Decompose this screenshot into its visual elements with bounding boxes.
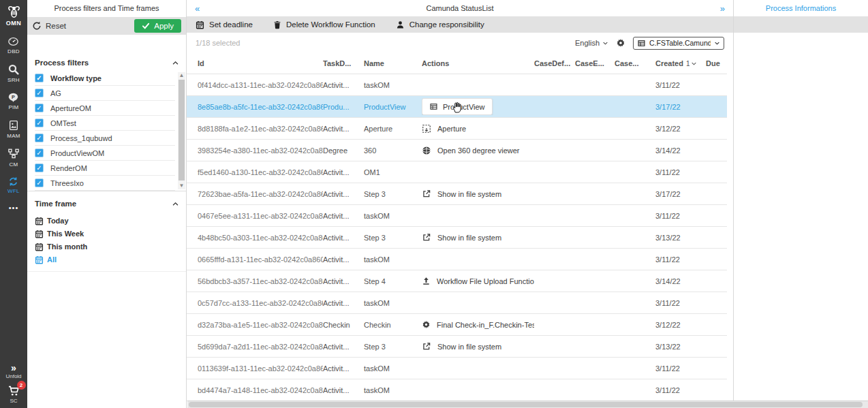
table-row[interactable]: f5ed1460-a130-11ec-ab32-0242c0a86004Acti…: [187, 161, 727, 183]
table-row[interactable]: d32a73ba-a1e5-11ec-ab32-0242c0a86004Chec…: [187, 314, 727, 336]
sidebar-item-wfl[interactable]: WFL: [7, 176, 20, 194]
settings-gear-icon[interactable]: [616, 38, 625, 48]
app-root: OMN DBDSRHPPIMMAMCMWFL ••• » Unfold 2 SC…: [0, 0, 868, 408]
cell-actions: Aperture: [422, 124, 534, 134]
sidebar-item-dbd[interactable]: DBD: [7, 36, 20, 54]
filter-item[interactable]: ✓OMTest: [35, 116, 175, 131]
export-icon: [422, 189, 431, 198]
toolbar-button-label: Delete Workflow Function: [286, 20, 375, 29]
cell-id: 4b48bc50-a303-11ec-ab32-0242c0a86004: [198, 234, 323, 242]
apply-button[interactable]: Apply: [134, 19, 181, 33]
table-row[interactable]: 0f414dcc-a131-11ec-ab32-0242c0a86004Acti…: [187, 74, 727, 96]
toolbar-change-responsibility-button[interactable]: Change responsibility: [396, 20, 484, 29]
checkbox-checked-icon[interactable]: ✓: [35, 178, 44, 187]
row-action-link[interactable]: Show in file system: [422, 189, 530, 198]
scrollbar-thumb[interactable]: [179, 80, 185, 181]
language-dropdown[interactable]: English: [575, 39, 608, 47]
filter-item[interactable]: ✓RenderOM: [35, 161, 175, 176]
collapse-left-icon[interactable]: «: [195, 3, 200, 14]
scroll-down-arrow-icon[interactable]: ▼: [178, 183, 185, 189]
row-action-link[interactable]: Workflow File Upload Function: [422, 277, 530, 285]
table-row[interactable]: 5d699da7-a2d1-11ec-ab32-0242c0a86004Acti…: [187, 336, 727, 358]
sidebar-item-label: CM: [9, 162, 18, 168]
table-row[interactable]: 72623bae-a5fa-11ec-ab32-0242c0a86004Acti…: [187, 183, 727, 205]
horizontal-scrollbar[interactable]: [187, 401, 868, 408]
filter-list-scrollbar[interactable]: ▲ ▼: [178, 72, 185, 189]
cell-created: 3/11/22: [655, 364, 706, 373]
filter-item[interactable]: ✓ProductViewOM: [35, 146, 175, 161]
apply-label: Apply: [154, 22, 174, 30]
time-frame-item-today[interactable]: Today: [35, 216, 186, 225]
collapse-right-icon[interactable]: »: [720, 3, 725, 14]
column-header-created[interactable]: Created1: [655, 59, 706, 67]
cell-name: taskOM: [364, 299, 422, 307]
time-frame-label: This month: [47, 242, 87, 251]
checkbox-checked-icon[interactable]: ✓: [35, 89, 44, 97]
filter-item[interactable]: ✓ThreesIxo: [35, 176, 175, 191]
time-frame-item-this-month[interactable]: This month: [35, 242, 186, 251]
scroll-up-arrow-icon[interactable]: ▲: [178, 72, 185, 79]
more-apps-button[interactable]: •••: [9, 204, 19, 212]
cell-taskdef: Activit...: [323, 190, 364, 198]
row-action-link[interactable]: Final Check-in_F.Checkin-Test: [422, 320, 530, 329]
table-row[interactable]: 0665fffd-a131-11ec-ab32-0242c0a86004Acti…: [187, 249, 727, 270]
filter-item[interactable]: ✓AG: [35, 86, 175, 101]
checkbox-checked-icon[interactable]: ✓: [35, 148, 44, 157]
table-row[interactable]: 8e85ae8b-a5fc-11ec-ab32-0242c0a86004Prod…: [187, 96, 727, 118]
row-action-link[interactable]: Show in file system: [422, 342, 530, 351]
process-filters-header[interactable]: Process filters: [27, 54, 186, 71]
column-header-actions[interactable]: Actions: [422, 59, 534, 67]
checkbox-checked-icon[interactable]: ✓: [35, 163, 44, 172]
unfold-button[interactable]: » Unfold: [5, 364, 21, 379]
sidebar-item-label: SRH: [7, 78, 20, 83]
sidebar-item-mam[interactable]: MAM: [7, 119, 20, 139]
table-row[interactable]: 4b48bc50-a303-11ec-ab32-0242c0a86004Acti…: [187, 227, 727, 249]
table-row[interactable]: 0467e5ee-a131-11ec-ab32-0242c0a86004Acti…: [187, 205, 727, 227]
table-config-select[interactable]: C.FSTable.Camunda: [633, 37, 724, 50]
cell-id: 5d699da7-a2d1-11ec-ab32-0242c0a86004: [198, 343, 323, 351]
time-frame-header[interactable]: Time frame: [27, 195, 186, 212]
table-row[interactable]: 0c57d7cc-a133-11ec-ab32-0242c0a86004Acti…: [187, 292, 727, 314]
cell-taskdef: Activit...: [323, 255, 364, 264]
toolbar-delete-workflow-function-button[interactable]: Delete Workflow Function: [273, 20, 375, 29]
row-action-link[interactable]: Open 360 degree viewer: [422, 146, 530, 155]
column-header-casedef[interactable]: CaseDef...: [534, 59, 575, 67]
table-row[interactable]: bd4474a7-a148-11ec-ab32-0242c0a86004Acti…: [187, 379, 727, 401]
row-action-link[interactable]: Show in file system: [422, 233, 530, 242]
toolbar-set-deadline-button[interactable]: Set deadline: [196, 20, 253, 29]
table-row[interactable]: 3983254e-a380-11ec-ab32-0242c0a86004Degr…: [187, 140, 727, 161]
sidebar-item-srh[interactable]: SRH: [7, 63, 20, 83]
table-row[interactable]: 56bdbcb3-a357-11ec-ab32-0242c0a86004Acti…: [187, 270, 727, 292]
sidebar-item-pim[interactable]: PPIM: [7, 92, 20, 110]
column-header-taskd[interactable]: TaskD...: [323, 59, 364, 67]
sort-indicator: 1: [686, 60, 697, 67]
horizontal-scrollbar-thumb[interactable]: [189, 402, 863, 407]
calendar-icon: [196, 20, 204, 29]
sidebar-item-cm[interactable]: CM: [7, 148, 20, 168]
process-informations-panel: Process Informations: [733, 0, 868, 408]
filter-item[interactable]: ✓ApertureOM: [35, 101, 175, 116]
shopping-cart-button[interactable]: 2 SC: [7, 385, 20, 404]
row-action-button[interactable]: ProductView: [422, 98, 493, 115]
filter-item[interactable]: ✓Workflow type: [35, 71, 175, 86]
checkbox-checked-icon[interactable]: ✓: [35, 119, 44, 127]
time-frame-item-all[interactable]: All: [35, 255, 186, 264]
cell-id: bd4474a7-a148-11ec-ab32-0242c0a86004: [198, 386, 323, 394]
table-row[interactable]: 0113639f-a131-11ec-ab32-0242c0a86004Acti…: [187, 358, 727, 379]
row-action-link[interactable]: Aperture: [422, 124, 530, 134]
table-row[interactable]: 8d8188fa-a1e2-11ec-ab32-0242c0a86004Acti…: [187, 118, 727, 140]
sidebar-item-label: MAM: [7, 134, 20, 139]
checkbox-checked-icon[interactable]: ✓: [35, 74, 44, 82]
time-frame-item-this-week[interactable]: This Week: [35, 229, 186, 238]
column-header-due[interactable]: Due: [706, 59, 727, 67]
omn-logo[interactable]: OMN: [5, 4, 22, 27]
checkbox-checked-icon[interactable]: ✓: [35, 134, 44, 142]
column-header-casee[interactable]: CaseE...: [575, 59, 615, 67]
column-header-id[interactable]: Id: [198, 59, 323, 67]
column-header-name[interactable]: Name: [364, 59, 422, 67]
reset-button[interactable]: Reset: [32, 21, 66, 31]
checkbox-checked-icon[interactable]: ✓: [35, 104, 44, 112]
cell-id: 3983254e-a380-11ec-ab32-0242c0a86004: [198, 146, 323, 155]
filter-item[interactable]: ✓Process_1qubuwd: [35, 131, 175, 146]
column-header-case[interactable]: Case...: [615, 59, 655, 67]
